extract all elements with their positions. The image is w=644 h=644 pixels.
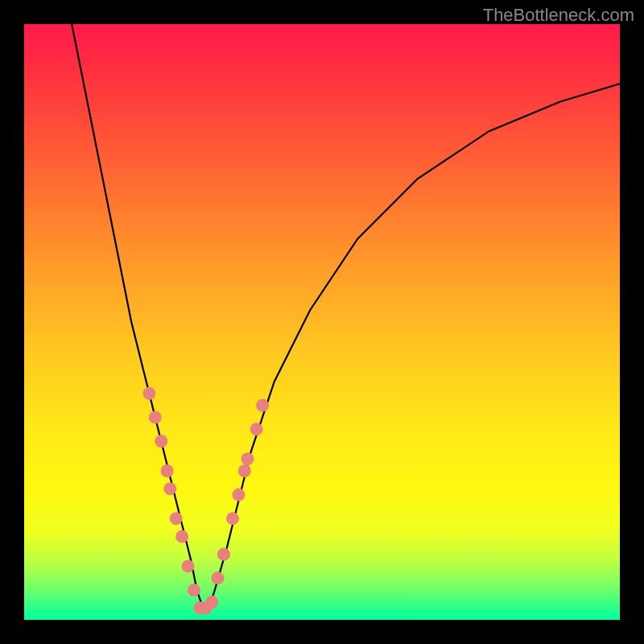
watermark-text: TheBottleneck.com: [483, 5, 634, 26]
marker-dot: [163, 482, 176, 495]
marker-dot: [238, 464, 251, 477]
marker-dot: [226, 512, 239, 525]
marker-dot: [149, 411, 162, 423]
marker-dot: [205, 596, 218, 609]
marker-dot: [175, 530, 188, 543]
marker-dot: [217, 548, 230, 561]
curve-svg: [24, 24, 620, 620]
marker-dot: [188, 584, 200, 597]
plot-area: [24, 24, 620, 620]
marker-dot: [250, 423, 263, 436]
marker-dot: [212, 572, 225, 584]
marker-dot: [155, 435, 167, 448]
marker-dot: [142, 387, 155, 400]
chart-container: TheBottleneck.com: [0, 0, 644, 644]
marker-dot: [242, 452, 254, 465]
marker-dot: [161, 464, 174, 477]
bottleneck-curve: [72, 24, 620, 608]
marker-dot: [256, 399, 269, 412]
marker-dot: [232, 489, 245, 502]
marker-dot: [182, 559, 195, 572]
highlight-dots: [142, 387, 269, 614]
marker-dot: [170, 512, 183, 525]
